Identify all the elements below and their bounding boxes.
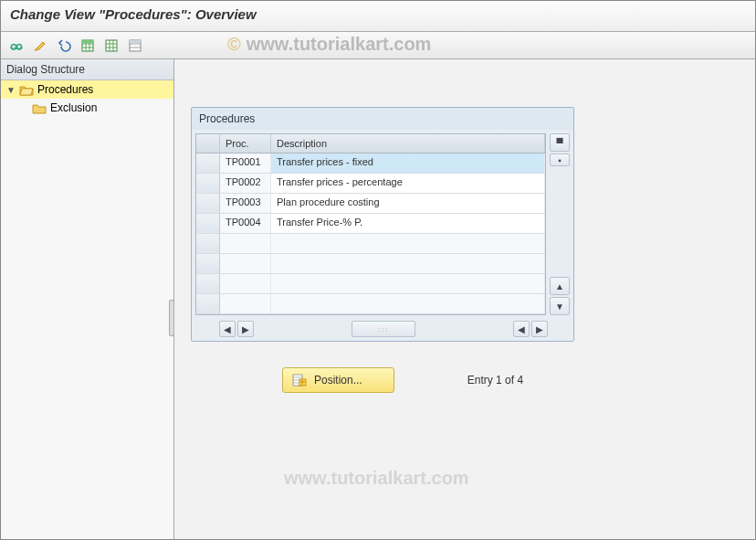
content-area: Procedures Proc. Description TP0001Trans… [174, 59, 755, 539]
cell-proc[interactable]: TP0003 [220, 194, 271, 213]
scroll-marker[interactable]: ▪ [550, 154, 570, 166]
scroll-thumb[interactable]: ::: [352, 321, 415, 337]
scroll-left-step-button[interactable]: ▶ [237, 321, 254, 337]
position-icon [292, 373, 307, 387]
cell-description[interactable] [271, 274, 545, 293]
dialog-structure-tree: ▼ Procedures Exclusion [1, 80, 173, 117]
glasses-icon [9, 38, 24, 53]
tree-node-label: Procedures [37, 83, 93, 96]
scroll-right-button[interactable]: ▶ [531, 321, 548, 337]
row-selector[interactable] [196, 154, 220, 173]
cell-proc[interactable]: TP0001 [220, 154, 271, 173]
select-all-button[interactable] [78, 36, 98, 56]
collapse-icon[interactable]: ▼ [6, 85, 16, 95]
vertical-scrollbar: ▀ ▪ ▲ ▼ [550, 133, 570, 315]
table-deselect-icon [104, 38, 119, 53]
cell-proc[interactable] [220, 294, 271, 313]
table-row[interactable]: TP0003Plan procedure costing [196, 194, 545, 214]
row-selector[interactable] [196, 194, 220, 213]
row-selector[interactable] [196, 274, 220, 293]
pencil-ruler-icon [33, 38, 47, 53]
procedures-table: Proc. Description TP0001Transfer prices … [195, 133, 546, 315]
column-proc[interactable]: Proc. [220, 134, 271, 153]
cell-proc[interactable] [220, 254, 271, 273]
panel-title: Procedures [192, 108, 573, 130]
undo-icon [57, 38, 71, 53]
position-button[interactable]: Position... [282, 367, 394, 393]
folder-icon [32, 102, 47, 114]
sidebar: Dialog Structure ▼ Procedures Exclusion [1, 59, 174, 539]
position-button-label: Position... [314, 374, 362, 386]
page-title: Change View "Procedures": Overview [10, 6, 257, 22]
row-selector[interactable] [196, 294, 220, 313]
svg-rect-3 [82, 40, 93, 43]
cell-description[interactable]: Plan procedure costing [271, 194, 545, 213]
cell-proc[interactable] [220, 274, 271, 293]
tree-node-procedures[interactable]: ▼ Procedures [1, 80, 173, 99]
cell-proc[interactable] [220, 234, 271, 253]
column-selector[interactable] [196, 134, 220, 153]
sidebar-header: Dialog Structure [1, 59, 173, 80]
scroll-left-button[interactable]: ◀ [219, 321, 236, 337]
cell-proc[interactable]: TP0004 [220, 214, 271, 233]
cell-description[interactable]: Transfer prices - percentage [271, 174, 545, 193]
scroll-track[interactable] [550, 166, 570, 277]
table-row-empty[interactable] [196, 274, 545, 294]
scroll-right-step-button[interactable]: ◀ [513, 321, 530, 337]
row-selector[interactable] [196, 174, 220, 193]
cell-proc[interactable]: TP0002 [220, 174, 271, 193]
table-header: Proc. Description [196, 134, 545, 154]
tree-node-label: Exclusion [50, 101, 97, 114]
horizontal-scrollbar: ◀ ▶ ::: ◀ ▶ [192, 319, 573, 341]
table-row[interactable]: TP0004Transfer Price-% P. [196, 214, 545, 234]
toolbar [1, 32, 755, 59]
cell-description[interactable] [271, 254, 545, 273]
cell-description[interactable] [271, 294, 545, 313]
table-row-empty[interactable] [196, 234, 545, 254]
svg-point-0 [12, 44, 16, 48]
new-entries-button[interactable] [30, 36, 50, 56]
cell-description[interactable]: Transfer Price-% P. [271, 214, 545, 233]
entry-count: Entry 1 of 4 [467, 374, 523, 386]
scroll-top-button[interactable]: ▀ [550, 133, 570, 152]
undo-button[interactable] [54, 36, 74, 56]
row-selector[interactable] [196, 214, 220, 233]
tree-node-exclusion[interactable]: Exclusion [1, 99, 173, 117]
cell-description[interactable]: Transfer prices - fixed [271, 154, 545, 173]
scroll-down-button[interactable]: ▼ [550, 297, 570, 315]
other-view-button[interactable] [6, 36, 26, 56]
row-selector[interactable] [196, 254, 220, 273]
row-selector[interactable] [196, 234, 220, 253]
config-button[interactable] [125, 36, 145, 56]
scroll-up-button[interactable]: ▲ [550, 277, 570, 295]
deselect-all-button[interactable] [101, 36, 121, 56]
cell-description[interactable] [271, 234, 545, 253]
folder-open-icon [19, 84, 34, 96]
svg-rect-8 [299, 379, 306, 386]
table-row[interactable]: TP0002Transfer prices - percentage [196, 174, 545, 194]
table-row-empty[interactable] [196, 254, 545, 274]
procedures-panel: Procedures Proc. Description TP0001Trans… [191, 107, 574, 342]
panel-footer: Position... Entry 1 of 4 [191, 367, 739, 393]
table-select-icon [80, 38, 95, 53]
titlebar: Change View "Procedures": Overview [1, 1, 755, 32]
column-description[interactable]: Description [271, 134, 545, 153]
svg-rect-4 [106, 40, 117, 51]
table-config-icon [128, 38, 142, 53]
svg-point-1 [17, 44, 22, 48]
table-row-empty[interactable] [196, 294, 545, 314]
svg-rect-6 [130, 40, 141, 43]
table-row[interactable]: TP0001Transfer prices - fixed [196, 154, 545, 174]
main-area: Dialog Structure ▼ Procedures Exclusion … [1, 59, 755, 539]
